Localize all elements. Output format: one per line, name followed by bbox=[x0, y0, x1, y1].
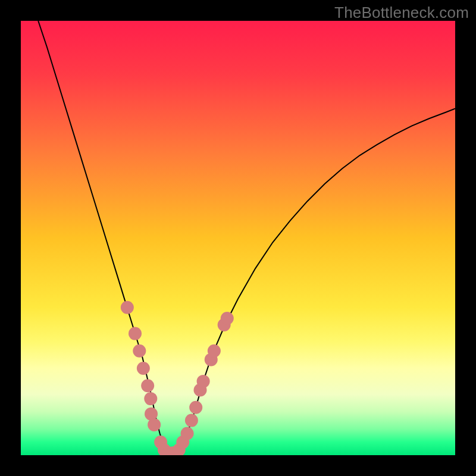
watermark-text: TheBottleneck.com bbox=[334, 4, 469, 22]
highlight-dot bbox=[121, 301, 134, 314]
highlight-dot bbox=[137, 362, 150, 375]
highlight-dot bbox=[221, 312, 234, 325]
highlight-dot bbox=[141, 379, 154, 392]
chart-background bbox=[21, 21, 455, 455]
highlight-dot bbox=[133, 345, 146, 358]
chart-frame: TheBottleneck.com bbox=[0, 0, 476, 476]
highlight-dot bbox=[181, 427, 194, 440]
highlight-dot bbox=[148, 418, 161, 431]
highlight-dot bbox=[189, 401, 202, 414]
highlight-dot bbox=[197, 375, 210, 388]
highlight-dot bbox=[144, 392, 157, 405]
highlight-dot bbox=[129, 327, 142, 340]
highlight-dot bbox=[208, 345, 221, 358]
highlight-dot bbox=[185, 414, 198, 427]
chart-plot bbox=[21, 21, 455, 455]
